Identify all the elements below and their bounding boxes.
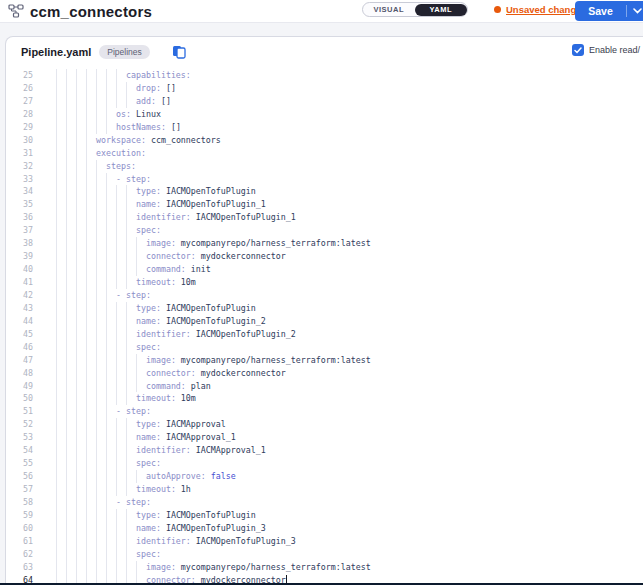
indent-guide (76, 276, 77, 289)
code-text: connector: mydockerconnector (36, 367, 286, 380)
line-number: 36 (6, 211, 36, 224)
code-line-27[interactable]: 27 add: [] (6, 95, 643, 108)
code-line-60[interactable]: 60 name: IACMOpenTofuPlugin_3 (6, 522, 643, 535)
code-line-50[interactable]: 50 timeout: 10m (6, 392, 643, 405)
checkbox-checked-icon[interactable] (572, 44, 584, 56)
indent-guide (106, 535, 107, 548)
code-line-25[interactable]: 25 capabilities: (6, 69, 643, 82)
indent-guide (56, 315, 57, 328)
code-line-34[interactable]: 34 type: IACMOpenTofuPlugin (6, 185, 643, 198)
code-line-42[interactable]: 42 - step: (6, 289, 643, 302)
indent-guide (116, 198, 117, 211)
indent-guide (56, 367, 57, 380)
code-line-56[interactable]: 56 autoApprove: false (6, 470, 643, 483)
code-line-36[interactable]: 36 identifier: IACMOpenTofuPlugin_1 (6, 211, 643, 224)
file-name-label: Pipeline.yaml (21, 46, 91, 58)
code-line-29[interactable]: 29 hostNames: [] (6, 121, 643, 134)
indent-guide (116, 250, 117, 263)
code-line-40[interactable]: 40 command: init (6, 263, 643, 276)
code-line-58[interactable]: 58 - step: (6, 496, 643, 509)
code-line-44[interactable]: 44 name: IACMOpenTofuPlugin_2 (6, 315, 643, 328)
code-line-59[interactable]: 59 type: IACMOpenTofuPlugin (6, 509, 643, 522)
indent-guide (66, 69, 67, 82)
indent-guide (96, 82, 97, 95)
indent-guide (96, 160, 97, 173)
code-line-26[interactable]: 26 drop: [] (6, 82, 643, 95)
save-split-button[interactable]: Save (575, 1, 643, 21)
indent-guide (76, 82, 77, 95)
code-line-30[interactable]: 30 workspace: ccm_connectors (6, 134, 643, 147)
code-line-46[interactable]: 46 spec: (6, 341, 643, 354)
indent-guide (106, 276, 107, 289)
code-line-45[interactable]: 45 identifier: IACMOpenTofuPlugin_2 (6, 328, 643, 341)
yaml-code-editor[interactable]: 25 capabilities:26 drop: []27 add: []28 … (6, 66, 643, 585)
code-line-32[interactable]: 32 steps: (6, 160, 643, 173)
code-line-47[interactable]: 47 image: mycompanyrepo/harness_terrafor… (6, 354, 643, 367)
save-button[interactable]: Save (575, 5, 626, 17)
indent-guide (126, 263, 127, 276)
code-line-52[interactable]: 52 type: IACMApproval (6, 418, 643, 431)
indent-guide (106, 95, 107, 108)
code-text: type: IACMOpenTofuPlugin (36, 302, 256, 315)
indent-guide (66, 198, 67, 211)
code-line-55[interactable]: 55 spec: (6, 457, 643, 470)
indent-guide (106, 82, 107, 95)
code-line-33[interactable]: 33 - step: (6, 173, 643, 186)
enable-read-toggle[interactable]: Enable read/ (572, 44, 640, 56)
indent-guide (106, 211, 107, 224)
indent-guide (106, 483, 107, 496)
indent-guide (106, 548, 107, 561)
indent-guide (56, 561, 57, 574)
indent-guide (96, 211, 97, 224)
indent-guide (86, 276, 87, 289)
code-line-51[interactable]: 51 - step: (6, 405, 643, 418)
code-line-49[interactable]: 49 command: plan (6, 380, 643, 393)
indent-guide (106, 380, 107, 393)
code-line-41[interactable]: 41 timeout: 10m (6, 276, 643, 289)
indent-guide (56, 263, 57, 276)
code-line-39[interactable]: 39 connector: mydockerconnector (6, 250, 643, 263)
code-line-38[interactable]: 38 image: mycompanyrepo/harness_terrafor… (6, 237, 643, 250)
code-line-54[interactable]: 54 identifier: IACMApproval_1 (6, 444, 643, 457)
line-number: 55 (6, 457, 36, 470)
code-text: hostNames: [] (36, 121, 181, 134)
code-line-43[interactable]: 43 type: IACMOpenTofuPlugin (6, 302, 643, 315)
indent-guide (66, 405, 67, 418)
code-line-28[interactable]: 28 os: Linux (6, 108, 643, 121)
indent-guide (96, 444, 97, 457)
code-line-61[interactable]: 61 identifier: IACMOpenTofuPlugin_3 (6, 535, 643, 548)
code-line-62[interactable]: 62 spec: (6, 548, 643, 561)
toggle-visual[interactable]: VISUAL (363, 3, 415, 16)
chevron-down-icon[interactable] (627, 8, 643, 14)
indent-guide (86, 173, 87, 186)
indent-guide (116, 522, 117, 535)
code-text: name: IACMOpenTofuPlugin_1 (36, 198, 266, 211)
visual-yaml-toggle[interactable]: VISUAL YAML (362, 2, 468, 17)
code-line-63[interactable]: 63 image: mycompanyrepo/harness_terrafor… (6, 561, 643, 574)
toggle-yaml[interactable]: YAML (415, 4, 467, 16)
code-line-48[interactable]: 48 connector: mydockerconnector (6, 367, 643, 380)
code-line-53[interactable]: 53 name: IACMApproval_1 (6, 431, 643, 444)
code-line-57[interactable]: 57 timeout: 1h (6, 483, 643, 496)
indent-guide (96, 237, 97, 250)
indent-guide (96, 95, 97, 108)
indent-guide (126, 185, 127, 198)
line-number: 34 (6, 185, 36, 198)
copy-icon[interactable] (172, 45, 186, 59)
indent-guide (116, 237, 117, 250)
indent-guide (76, 95, 77, 108)
code-line-37[interactable]: 37 spec: (6, 224, 643, 237)
indent-guide (106, 69, 107, 82)
line-number: 57 (6, 483, 36, 496)
code-line-35[interactable]: 35 name: IACMOpenTofuPlugin_1 (6, 198, 643, 211)
indent-guide (56, 108, 57, 121)
indent-guide (76, 483, 77, 496)
indent-guide (106, 444, 107, 457)
indent-guide (66, 367, 67, 380)
unsaved-changes-link[interactable]: Unsaved changes (494, 4, 587, 15)
code-text: command: plan (36, 380, 211, 393)
code-line-31[interactable]: 31 execution: (6, 147, 643, 160)
indent-guide (96, 535, 97, 548)
indent-guide (106, 185, 107, 198)
indent-guide (96, 276, 97, 289)
